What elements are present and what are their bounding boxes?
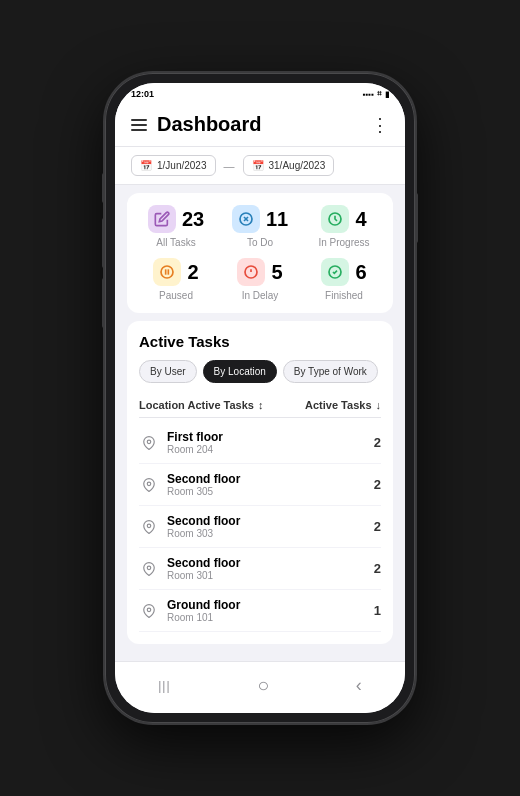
paused-label: Paused (159, 290, 193, 301)
status-time: 12:01 (131, 89, 154, 99)
filter-tabs: By User By Location By Type of Work (139, 360, 381, 383)
date-separator: — (224, 160, 235, 172)
todo-label: To Do (247, 237, 273, 248)
nav-home-icon[interactable]: ○ (237, 670, 289, 701)
in-progress-label: In Progress (318, 237, 369, 248)
page-title: Dashboard (157, 113, 261, 136)
location-pin-icon (139, 604, 159, 618)
filter-by-location[interactable]: By Location (203, 360, 277, 383)
floor-name: Second floor (167, 556, 374, 570)
nav-menu-icon[interactable]: ||| (138, 675, 190, 697)
location-row[interactable]: First floor Room 204 2 (139, 422, 381, 464)
status-bar: 12:01 ▪▪▪▪ ⌗ ▮ (115, 83, 405, 103)
room-name: Room 101 (167, 612, 374, 623)
location-row[interactable]: Ground floor Room 101 1 (139, 590, 381, 632)
floor-name: Second floor (167, 514, 374, 528)
floor-name: First floor (167, 430, 374, 444)
all-tasks-icon (148, 205, 176, 233)
in-delay-count: 5 (271, 261, 282, 284)
calendar-end-icon: 📅 (252, 160, 264, 171)
all-tasks-label: All Tasks (156, 237, 195, 248)
task-count: 2 (374, 477, 381, 492)
floor-name: Second floor (167, 472, 374, 486)
paused-icon (153, 258, 181, 286)
table-header: Location Active Tasks ↕ Active Tasks ↓ (139, 393, 381, 418)
menu-button[interactable] (131, 119, 147, 131)
svg-point-4 (161, 266, 173, 278)
room-name: Room 204 (167, 444, 374, 455)
task-count: 2 (374, 435, 381, 450)
active-tasks-title: Active Tasks (139, 333, 381, 350)
tasks-sort-icon[interactable]: ↓ (376, 399, 382, 411)
phone-frame: 12:01 ▪▪▪▪ ⌗ ▮ D (105, 73, 415, 723)
more-menu-button[interactable]: ⋮ (371, 114, 389, 136)
room-name: Room 303 (167, 528, 374, 539)
bottom-navigation: ||| ○ ‹ (115, 661, 405, 713)
paused-count: 2 (187, 261, 198, 284)
stat-paused[interactable]: 2 Paused (139, 258, 213, 301)
start-date-value: 1/Jun/2023 (157, 160, 207, 171)
stats-grid: 23 All Tasks (127, 193, 393, 313)
end-date-picker[interactable]: 📅 31/Aug/2023 (243, 155, 335, 176)
status-icons: ▪▪▪▪ ⌗ ▮ (363, 89, 389, 99)
stat-in-progress[interactable]: 4 In Progress (307, 205, 381, 248)
side-button-vol-up (102, 218, 105, 268)
floor-name: Ground floor (167, 598, 374, 612)
stat-all-tasks[interactable]: 23 All Tasks (139, 205, 213, 248)
in-progress-icon (321, 205, 349, 233)
stat-in-delay[interactable]: 5 In Delay (223, 258, 297, 301)
location-list: First floor Room 204 2 Second floor Room… (139, 422, 381, 632)
location-row[interactable]: Second floor Room 301 2 (139, 548, 381, 590)
side-button-right (415, 193, 418, 243)
task-count: 2 (374, 519, 381, 534)
todo-icon (232, 205, 260, 233)
task-count: 2 (374, 561, 381, 576)
room-name: Room 301 (167, 570, 374, 581)
app-content: Dashboard ⋮ 📅 1/Jun/2023 — 📅 31/Aug/2023 (115, 103, 405, 661)
all-tasks-count: 23 (182, 208, 204, 231)
stat-finished[interactable]: 6 Finished (307, 258, 381, 301)
location-pin-icon (139, 520, 159, 534)
svg-point-13 (147, 524, 151, 528)
location-row[interactable]: Second floor Room 303 2 (139, 506, 381, 548)
finished-count: 6 (355, 261, 366, 284)
svg-point-11 (147, 440, 151, 444)
tasks-column-label: Active Tasks (305, 399, 371, 411)
location-pin-icon (139, 436, 159, 450)
task-count: 1 (374, 603, 381, 618)
nav-back-icon[interactable]: ‹ (336, 671, 382, 700)
finished-label: Finished (325, 290, 363, 301)
svg-point-12 (147, 482, 151, 486)
active-tasks-card: Active Tasks By User By Location By Type… (127, 321, 393, 644)
todo-count: 11 (266, 208, 288, 231)
stat-todo[interactable]: 11 To Do (223, 205, 297, 248)
calendar-start-icon: 📅 (140, 160, 152, 171)
svg-point-15 (147, 608, 151, 612)
end-date-value: 31/Aug/2023 (269, 160, 326, 171)
location-row[interactable]: Second floor Room 305 2 (139, 464, 381, 506)
in-delay-icon (237, 258, 265, 286)
start-date-picker[interactable]: 📅 1/Jun/2023 (131, 155, 216, 176)
location-column-label: Location Active Tasks (139, 399, 254, 411)
in-delay-label: In Delay (242, 290, 279, 301)
location-pin-icon (139, 478, 159, 492)
app-header: Dashboard ⋮ (115, 103, 405, 147)
finished-icon (321, 258, 349, 286)
phone-screen: 12:01 ▪▪▪▪ ⌗ ▮ D (115, 83, 405, 713)
svg-point-14 (147, 566, 151, 570)
room-name: Room 305 (167, 486, 374, 497)
in-progress-count: 4 (355, 208, 366, 231)
filter-by-type[interactable]: By Type of Work (283, 360, 378, 383)
side-button-power (102, 173, 105, 203)
location-pin-icon (139, 562, 159, 576)
filter-by-user[interactable]: By User (139, 360, 197, 383)
location-sort-icon[interactable]: ↕ (258, 399, 264, 411)
side-button-vol-down (102, 278, 105, 328)
date-range-row: 📅 1/Jun/2023 — 📅 31/Aug/2023 (115, 147, 405, 185)
